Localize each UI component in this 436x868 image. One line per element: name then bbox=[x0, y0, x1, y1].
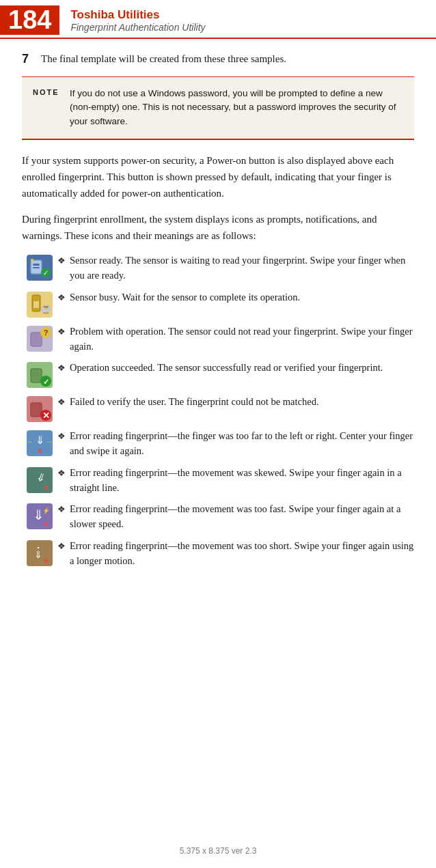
bullet: ❖ bbox=[57, 429, 70, 442]
icon-list-item-text: Sensor ready. The sensor is waiting to r… bbox=[70, 253, 414, 283]
svg-text:✕: ✕ bbox=[43, 557, 49, 565]
icon-list: ✓ ❖Sensor ready. The sensor is waiting t… bbox=[22, 253, 414, 568]
svg-text:?: ? bbox=[44, 328, 49, 337]
svg-rect-22 bbox=[31, 403, 42, 417]
bullet: ❖ bbox=[57, 395, 70, 408]
icon-list-item: ⇓ ✕ ⚡ ❖Error reading fingerprint—the mov… bbox=[22, 502, 414, 532]
step-text: The final template will be created from … bbox=[41, 51, 414, 67]
fast-error-icon: ⇓ ✕ ⚡ bbox=[22, 502, 57, 529]
icon-list-item-text: Error reading fingerprint—the movement w… bbox=[70, 502, 414, 532]
icon-list-item: ✓ ❖Sensor ready. The sensor is waiting t… bbox=[22, 253, 414, 283]
svg-rect-2 bbox=[33, 264, 40, 266]
note-text: If you do not use a Windows password, yo… bbox=[70, 87, 403, 130]
svg-text:✕: ✕ bbox=[37, 447, 42, 455]
header-titles: Toshiba Utilities Fingerprint Authentica… bbox=[59, 5, 205, 35]
svg-text:⏳: ⏳ bbox=[42, 305, 51, 314]
failed-icon: ✕ bbox=[22, 395, 57, 422]
icon-list-item-text: Problem with operation. The sensor could… bbox=[70, 324, 414, 354]
page-header: 184 Toshiba Utilities Fingerprint Authen… bbox=[0, 0, 436, 39]
svg-text:✓: ✓ bbox=[43, 378, 49, 386]
page-footer: 5.375 x 8.375 ver 2.3 bbox=[0, 846, 436, 856]
page-subtitle: Fingerprint Authentication Utility bbox=[70, 22, 205, 33]
icon-list-item-text: Sensor busy. Wait for the sensor to comp… bbox=[70, 290, 414, 305]
bullet: ❖ bbox=[57, 539, 70, 552]
step-number: 7 bbox=[22, 51, 41, 66]
bullet: ❖ bbox=[57, 502, 70, 515]
icon-list-item-text: Error reading fingerprint—the movement w… bbox=[70, 539, 414, 569]
bullet: ❖ bbox=[57, 253, 70, 266]
icon-list-item: ⏳ ❖Sensor busy. Wait for the sensor to c… bbox=[22, 290, 414, 318]
svg-text:→: → bbox=[46, 438, 53, 445]
icon-list-item: ⇓ ✕ ❖Error reading fingerprint—the movem… bbox=[22, 539, 414, 569]
svg-rect-6 bbox=[31, 259, 33, 262]
svg-text:✕: ✕ bbox=[43, 484, 49, 492]
step-7-row: 7 The final template will be created fro… bbox=[22, 39, 414, 77]
main-content: 7 The final template will be created fro… bbox=[0, 39, 436, 597]
svg-rect-10 bbox=[33, 297, 39, 301]
note-box: NOTE If you do not use a Windows passwor… bbox=[22, 77, 414, 141]
svg-text:⇓: ⇓ bbox=[34, 549, 42, 560]
footer-text: 5.375 x 8.375 ver 2.3 bbox=[180, 846, 257, 856]
icon-list-item: ✓ ❖Operation succeeded. The sensor succe… bbox=[22, 361, 414, 388]
sensor-busy-icon: ⏳ bbox=[22, 290, 57, 318]
skewed-error-icon: ⇓ ✕ bbox=[22, 466, 57, 493]
icon-list-item: ⇓ ✕ ← → ❖Error reading fingerprint—the f… bbox=[22, 429, 414, 459]
body-paragraph-2: During fingerprint enrollment, the syste… bbox=[22, 211, 414, 244]
svg-rect-18 bbox=[31, 369, 42, 382]
body-paragraph-1: If your system supports power-on securit… bbox=[22, 152, 414, 201]
icon-list-item-text: Operation succeeded. The sensor successf… bbox=[70, 361, 414, 376]
brand-name: Toshiba Utilities bbox=[70, 8, 205, 22]
svg-text:✓: ✓ bbox=[43, 269, 49, 277]
success-icon: ✓ bbox=[22, 361, 57, 388]
icon-list-item: ✕ ❖Failed to verify the user. The finger… bbox=[22, 395, 414, 422]
bullet: ❖ bbox=[57, 324, 70, 337]
svg-rect-3 bbox=[33, 267, 40, 268]
problem-icon: ? bbox=[22, 324, 57, 352]
svg-text:←: ← bbox=[27, 438, 33, 445]
svg-rect-14 bbox=[31, 333, 42, 346]
bullet: ❖ bbox=[57, 361, 70, 374]
left-right-error-icon: ⇓ ✕ ← → bbox=[22, 429, 57, 456]
bullet: ❖ bbox=[57, 290, 70, 303]
bullet: ❖ bbox=[57, 466, 70, 479]
icon-list-item-text: Error reading fingerprint—the movement w… bbox=[70, 466, 414, 496]
icon-list-item: ⇓ ✕ ❖Error reading fingerprint—the movem… bbox=[22, 466, 414, 496]
note-label: NOTE bbox=[33, 87, 70, 96]
icon-list-item-text: Error reading fingerprint—the finger was… bbox=[70, 429, 414, 459]
svg-text:✕: ✕ bbox=[42, 410, 50, 421]
svg-text:⚡: ⚡ bbox=[42, 507, 51, 515]
sensor-ready-icon: ✓ bbox=[22, 253, 57, 281]
icon-list-item-text: Failed to verify the user. The fingerpri… bbox=[70, 395, 414, 410]
svg-text:✕: ✕ bbox=[43, 520, 49, 528]
icon-list-item: ? ❖Problem with operation. The sensor co… bbox=[22, 324, 414, 354]
page-number: 184 bbox=[0, 5, 59, 35]
svg-text:⇓: ⇓ bbox=[36, 434, 44, 446]
short-error-icon: ⇓ ✕ bbox=[22, 539, 57, 566]
